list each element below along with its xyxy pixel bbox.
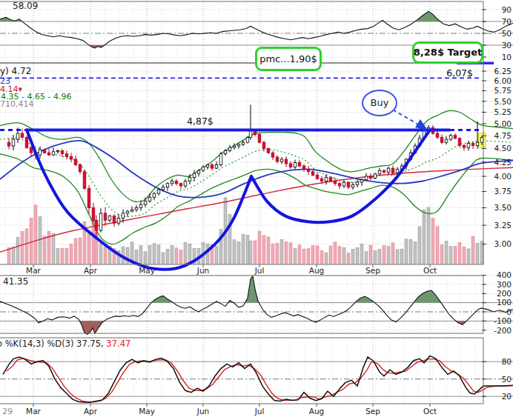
volume-bar [338,246,341,264]
volume-bar [436,227,439,264]
axis-tick-label: 4.50 [494,144,512,153]
candle-body [454,136,457,139]
candle-body [202,167,205,171]
volume-bar [99,244,102,264]
candle-body [378,170,381,174]
candle-body [139,204,142,208]
volume-bar [171,246,173,264]
volume-bar [179,250,182,264]
candle-body [298,163,301,167]
candle-body [316,175,319,179]
month-label: Oct [423,407,437,416]
stochastic-readout: o %K(14,3) %D(3) 37.75, 37.47 [0,339,130,348]
start-date-label: 29 [2,407,13,416]
volume-bar [440,245,443,264]
volume-bar [254,241,256,264]
volume-bar [289,243,292,264]
volume-bar [206,244,209,264]
candle-body [458,139,461,146]
volume-bar [285,242,288,264]
candle-body [122,213,125,219]
axis-tick-label: 100 [497,298,512,307]
month-label: Mar [26,266,41,275]
month-label: Jun [196,266,209,275]
volume-bar [262,236,265,264]
candle-body [153,193,156,197]
rsi-value-label: 58.09 [13,1,38,11]
candle-body [215,165,218,169]
axis-tick-label: 90 [502,5,512,14]
candle-body [39,150,42,155]
volume-bar [480,241,483,264]
candle-body [436,133,439,137]
candle-body [130,210,133,211]
volume-bar [294,248,297,264]
candle-body [7,142,10,146]
volume-bar [70,244,73,264]
volume-bar [347,253,350,264]
candle-body [83,172,86,189]
axis-tick-label: 4.00 [494,172,512,181]
candle-body [92,208,95,221]
volume-bar [356,247,359,264]
volume-bar [215,246,218,264]
volume-bar [16,237,19,264]
axis-tick-label: 5.75 [494,86,512,95]
volume-bar [233,240,236,264]
momentum-value-label: 41.35 [3,277,28,287]
candle-body [206,165,209,167]
axis-tick-label: 50 [502,375,512,384]
price-readout-line1: y) 4.72 [0,67,31,76]
volume-bar [144,252,147,264]
candle-body [271,153,274,157]
volume-bar [148,246,151,264]
candle-body [184,181,187,187]
axis-tick-label: 3.25 [494,221,512,230]
candle-body [117,219,120,224]
volume-bar [79,238,82,264]
volume-bar [166,249,169,264]
volume-bar [242,234,245,264]
candle-body [463,145,466,147]
volume-bar [271,244,274,264]
volume-bar [334,242,337,264]
volume-bar [87,233,90,264]
candle-body [70,156,73,159]
candle-body [16,133,19,139]
candle-body [365,176,368,180]
volume-bar [378,250,381,264]
volume-bar [342,247,345,264]
candle-body [383,170,385,172]
axis-tick-label: 0 [506,307,512,316]
candle-body [338,184,341,186]
candle-body [387,168,390,172]
candle-body [108,216,111,221]
candle-body [171,181,173,184]
candle-body [43,150,46,153]
candle-body [449,136,452,139]
candle-body [246,137,249,142]
candle-body [25,137,28,147]
candle-body [144,201,147,204]
month-label: Oct [423,266,437,275]
volume-bar [43,236,46,264]
stochastic-readout-black: o %K(14,3) %D(3) 37.75, [0,339,104,349]
axis-tick-label: 70 [502,17,512,26]
volume-bar [153,244,156,264]
month-label: Aug [309,407,325,416]
candle-body [334,181,337,184]
candle-body [347,182,350,187]
volume-bar [56,249,59,264]
neckline-487-label: 4,87$ [187,116,214,126]
candle-body [179,184,182,186]
candle-body [148,197,151,201]
volume-bar [387,247,390,264]
candle-body [351,184,354,187]
volume-bar [21,232,24,264]
volume-bar [157,244,160,264]
candle-body [61,150,64,153]
month-label: Jul [254,407,265,416]
volume-bar [25,229,28,264]
volume-bar [369,245,372,264]
volume-bar [12,247,15,264]
